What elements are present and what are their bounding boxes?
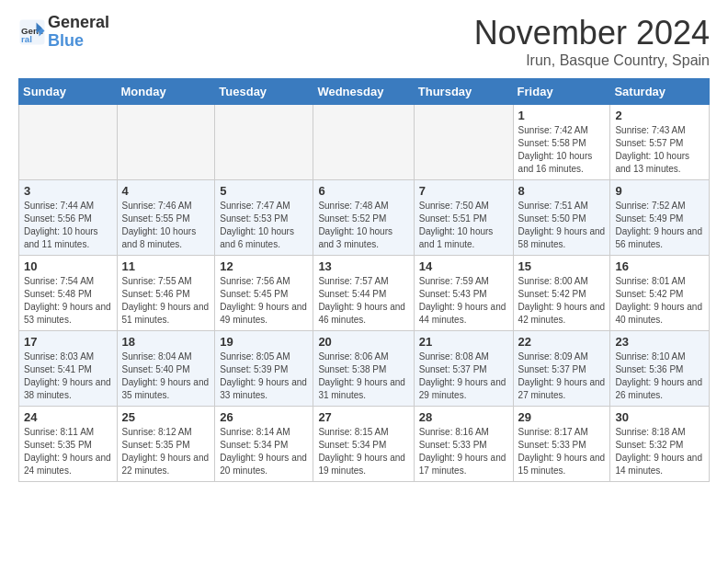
weekday-header: Wednesday (313, 79, 414, 105)
calendar-day: 15Sunrise: 8:00 AM Sunset: 5:42 PM Dayli… (513, 256, 610, 331)
weekday-header: Thursday (414, 79, 513, 105)
day-info: Sunrise: 8:08 AM Sunset: 5:37 PM Dayligh… (419, 350, 508, 402)
calendar-day: 25Sunrise: 8:12 AM Sunset: 5:35 PM Dayli… (117, 407, 215, 482)
calendar-day: 10Sunrise: 7:54 AM Sunset: 5:48 PM Dayli… (19, 256, 118, 331)
day-number: 26 (220, 410, 308, 424)
day-info: Sunrise: 8:04 AM Sunset: 5:40 PM Dayligh… (122, 350, 210, 402)
calendar-day (414, 105, 513, 180)
day-info: Sunrise: 7:56 AM Sunset: 5:45 PM Dayligh… (220, 275, 308, 327)
header: Gene ral General Blue November 2024 Irun… (18, 14, 710, 69)
calendar-day: 28Sunrise: 8:16 AM Sunset: 5:33 PM Dayli… (414, 407, 513, 482)
day-info: Sunrise: 8:16 AM Sunset: 5:33 PM Dayligh… (419, 426, 508, 477)
day-number: 2 (615, 109, 704, 122)
day-number: 25 (122, 410, 210, 424)
calendar-day: 14Sunrise: 7:59 AM Sunset: 5:43 PM Dayli… (414, 256, 513, 331)
calendar-day (19, 105, 118, 180)
day-info: Sunrise: 7:51 AM Sunset: 5:50 PM Dayligh… (518, 200, 606, 251)
day-number: 20 (318, 335, 408, 349)
logo: Gene ral General Blue (18, 14, 109, 51)
day-info: Sunrise: 7:50 AM Sunset: 5:51 PM Dayligh… (419, 200, 508, 251)
day-number: 9 (615, 184, 704, 198)
weekday-header: Friday (513, 79, 610, 105)
day-info: Sunrise: 7:55 AM Sunset: 5:46 PM Dayligh… (122, 275, 210, 327)
day-info: Sunrise: 8:18 AM Sunset: 5:32 PM Dayligh… (615, 426, 704, 477)
day-number: 12 (220, 259, 308, 273)
day-number: 3 (24, 184, 112, 198)
day-number: 29 (518, 410, 606, 424)
day-number: 18 (122, 335, 210, 349)
calendar-day: 24Sunrise: 8:11 AM Sunset: 5:35 PM Dayli… (19, 407, 118, 482)
calendar-day: 2Sunrise: 7:43 AM Sunset: 5:57 PM Daylig… (610, 105, 710, 180)
weekday-header: Sunday (19, 79, 118, 105)
day-number: 21 (419, 335, 508, 349)
calendar-day: 9Sunrise: 7:52 AM Sunset: 5:49 PM Daylig… (610, 180, 710, 256)
day-number: 14 (419, 259, 508, 273)
day-number: 10 (24, 259, 112, 273)
day-info: Sunrise: 8:10 AM Sunset: 5:36 PM Dayligh… (615, 350, 704, 402)
day-number: 23 (615, 335, 704, 349)
calendar-day: 27Sunrise: 8:15 AM Sunset: 5:34 PM Dayli… (313, 407, 414, 482)
calendar-day: 6Sunrise: 7:48 AM Sunset: 5:52 PM Daylig… (313, 180, 414, 256)
day-info: Sunrise: 8:15 AM Sunset: 5:34 PM Dayligh… (318, 426, 408, 477)
calendar-day: 4Sunrise: 7:46 AM Sunset: 5:55 PM Daylig… (117, 180, 215, 256)
day-number: 24 (24, 410, 112, 424)
day-number: 5 (220, 184, 308, 198)
day-info: Sunrise: 8:17 AM Sunset: 5:33 PM Dayligh… (518, 426, 606, 477)
day-number: 15 (518, 259, 606, 273)
logo-text: General Blue (48, 14, 109, 51)
calendar-day: 18Sunrise: 8:04 AM Sunset: 5:40 PM Dayli… (117, 331, 215, 407)
calendar: SundayMondayTuesdayWednesdayThursdayFrid… (18, 78, 710, 482)
calendar-day: 17Sunrise: 8:03 AM Sunset: 5:41 PM Dayli… (19, 331, 118, 407)
day-info: Sunrise: 8:05 AM Sunset: 5:39 PM Dayligh… (220, 350, 308, 402)
calendar-day: 19Sunrise: 8:05 AM Sunset: 5:39 PM Dayli… (215, 331, 313, 407)
day-number: 19 (220, 335, 308, 349)
day-info: Sunrise: 7:57 AM Sunset: 5:44 PM Dayligh… (318, 275, 408, 327)
calendar-day: 3Sunrise: 7:44 AM Sunset: 5:56 PM Daylig… (19, 180, 118, 256)
calendar-week-row: 3Sunrise: 7:44 AM Sunset: 5:56 PM Daylig… (19, 180, 710, 256)
day-info: Sunrise: 7:59 AM Sunset: 5:43 PM Dayligh… (419, 275, 508, 327)
calendar-day: 12Sunrise: 7:56 AM Sunset: 5:45 PM Dayli… (215, 256, 313, 331)
calendar-day: 1Sunrise: 7:42 AM Sunset: 5:58 PM Daylig… (513, 105, 610, 180)
day-info: Sunrise: 8:12 AM Sunset: 5:35 PM Dayligh… (122, 426, 210, 477)
calendar-day (215, 105, 313, 180)
day-info: Sunrise: 8:14 AM Sunset: 5:34 PM Dayligh… (220, 426, 308, 477)
day-number: 8 (518, 184, 606, 198)
month-title: November 2024 (474, 14, 710, 52)
day-info: Sunrise: 8:00 AM Sunset: 5:42 PM Dayligh… (518, 275, 606, 327)
day-number: 27 (318, 410, 408, 424)
calendar-day: 8Sunrise: 7:51 AM Sunset: 5:50 PM Daylig… (513, 180, 610, 256)
day-info: Sunrise: 7:52 AM Sunset: 5:49 PM Dayligh… (615, 200, 704, 251)
day-info: Sunrise: 7:44 AM Sunset: 5:56 PM Dayligh… (24, 200, 112, 251)
day-number: 1 (518, 109, 606, 122)
calendar-day: 29Sunrise: 8:17 AM Sunset: 5:33 PM Dayli… (513, 407, 610, 482)
day-number: 28 (419, 410, 508, 424)
logo-icon: Gene ral (18, 18, 46, 46)
day-info: Sunrise: 8:09 AM Sunset: 5:37 PM Dayligh… (518, 350, 606, 402)
calendar-day: 5Sunrise: 7:47 AM Sunset: 5:53 PM Daylig… (215, 180, 313, 256)
day-info: Sunrise: 8:01 AM Sunset: 5:42 PM Dayligh… (615, 275, 704, 327)
calendar-week-row: 10Sunrise: 7:54 AM Sunset: 5:48 PM Dayli… (19, 256, 710, 331)
svg-text:ral: ral (21, 33, 32, 43)
day-number: 17 (24, 335, 112, 349)
day-info: Sunrise: 7:54 AM Sunset: 5:48 PM Dayligh… (24, 275, 112, 327)
title-block: November 2024 Irun, Basque Country, Spai… (474, 14, 710, 69)
calendar-day: 16Sunrise: 8:01 AM Sunset: 5:42 PM Dayli… (610, 256, 710, 331)
calendar-day (313, 105, 414, 180)
calendar-day: 21Sunrise: 8:08 AM Sunset: 5:37 PM Dayli… (414, 331, 513, 407)
calendar-day: 11Sunrise: 7:55 AM Sunset: 5:46 PM Dayli… (117, 256, 215, 331)
day-number: 16 (615, 259, 704, 273)
day-number: 30 (615, 410, 704, 424)
day-number: 22 (518, 335, 606, 349)
calendar-week-row: 24Sunrise: 8:11 AM Sunset: 5:35 PM Dayli… (19, 407, 710, 482)
day-number: 6 (318, 184, 408, 198)
weekday-header: Saturday (610, 79, 710, 105)
calendar-day: 13Sunrise: 7:57 AM Sunset: 5:44 PM Dayli… (313, 256, 414, 331)
calendar-day (117, 105, 215, 180)
calendar-day: 30Sunrise: 8:18 AM Sunset: 5:32 PM Dayli… (610, 407, 710, 482)
day-number: 11 (122, 259, 210, 273)
day-info: Sunrise: 7:46 AM Sunset: 5:55 PM Dayligh… (122, 200, 210, 251)
day-number: 13 (318, 259, 408, 273)
day-info: Sunrise: 8:06 AM Sunset: 5:38 PM Dayligh… (318, 350, 408, 402)
logo-line2: Blue (48, 32, 109, 51)
page-container: Gene ral General Blue November 2024 Irun… (0, 0, 728, 496)
